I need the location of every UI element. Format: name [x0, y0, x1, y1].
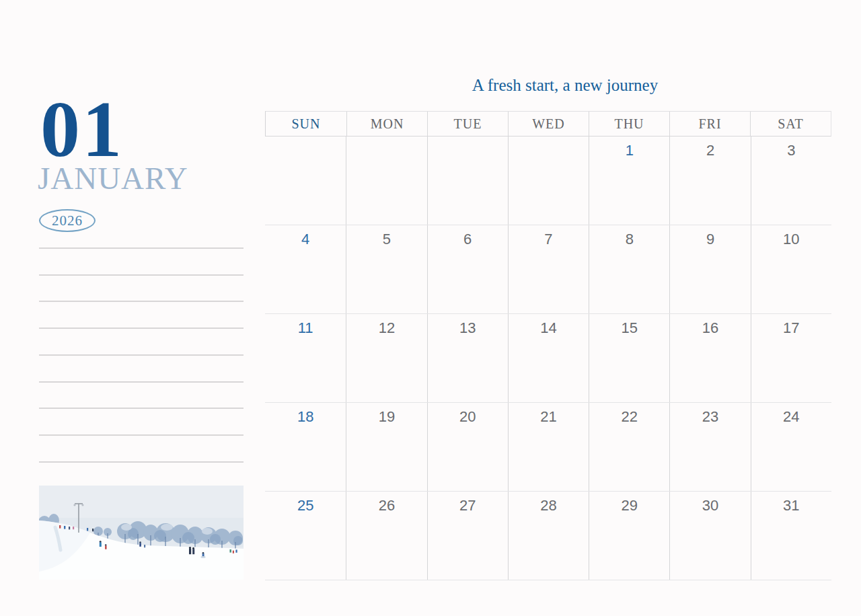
day-header-sun: SUN	[266, 112, 346, 136]
date-cell-22[interactable]: 22	[589, 403, 669, 491]
note-line	[39, 328, 244, 329]
winter-photo	[39, 486, 244, 580]
week-row: 123	[265, 137, 831, 225]
week-row: 18192021222324	[265, 403, 831, 492]
note-line	[39, 247, 244, 249]
date-cell-5[interactable]: 5	[346, 225, 426, 313]
date-cell-3[interactable]: 3	[751, 137, 831, 225]
date-cell-26[interactable]: 26	[346, 492, 426, 580]
date-cell-6[interactable]: 6	[427, 225, 508, 313]
month-number: 01	[40, 90, 124, 169]
note-line	[39, 354, 244, 356]
note-line	[39, 461, 244, 463]
date-cell-7[interactable]: 7	[508, 225, 589, 313]
year-badge: 2026	[39, 209, 96, 232]
date-cell-15[interactable]: 15	[589, 314, 669, 402]
date-cell-10[interactable]: 10	[751, 225, 831, 313]
winter-photo-illustration	[39, 486, 244, 580]
day-header-tue: TUE	[427, 112, 508, 136]
date-cell-27[interactable]: 27	[427, 492, 508, 580]
day-header-wed: WED	[508, 112, 589, 136]
date-cell-16[interactable]: 16	[669, 314, 750, 402]
date-cell-28[interactable]: 28	[508, 492, 589, 580]
date-cell-24[interactable]: 24	[751, 403, 831, 491]
date-cell-31[interactable]: 31	[751, 492, 831, 580]
date-cell-4[interactable]: 4	[265, 225, 346, 313]
date-cell-empty	[265, 137, 346, 225]
week-row: 25262728293031	[265, 492, 831, 580]
calendar-grid: SUNMONTUEWEDTHUFRISAT1234567891011121314…	[265, 111, 831, 580]
date-cell-29[interactable]: 29	[589, 492, 669, 580]
date-cell-8[interactable]: 8	[589, 225, 669, 313]
date-cell-19[interactable]: 19	[346, 403, 426, 491]
month-name: JANUARY	[38, 161, 188, 196]
date-cell-23[interactable]: 23	[669, 403, 750, 491]
date-cell-2[interactable]: 2	[669, 137, 750, 225]
week-row: 11121314151617	[265, 314, 831, 403]
note-line	[39, 434, 244, 436]
tagline: A fresh start, a new journey	[265, 76, 861, 95]
date-cell-17[interactable]: 17	[751, 314, 831, 402]
date-cell-30[interactable]: 30	[669, 492, 750, 580]
date-cell-12[interactable]: 12	[346, 314, 426, 402]
day-header-row: SUNMONTUEWEDTHUFRISAT	[265, 111, 831, 137]
date-cell-9[interactable]: 9	[669, 225, 750, 313]
note-line	[39, 274, 244, 276]
date-cell-14[interactable]: 14	[508, 314, 589, 402]
date-cell-18[interactable]: 18	[265, 403, 346, 491]
date-cell-21[interactable]: 21	[508, 403, 589, 491]
date-cell-1[interactable]: 1	[589, 137, 669, 225]
date-cell-empty	[508, 137, 589, 225]
date-cell-11[interactable]: 11	[265, 314, 346, 402]
date-cell-25[interactable]: 25	[265, 492, 346, 580]
week-row: 45678910	[265, 225, 831, 314]
day-header-mon: MON	[346, 112, 427, 136]
date-cell-20[interactable]: 20	[427, 403, 508, 491]
day-header-thu: THU	[589, 112, 669, 136]
note-line	[39, 408, 244, 409]
date-cell-empty	[427, 137, 508, 225]
year-label: 2026	[52, 213, 83, 229]
date-cell-13[interactable]: 13	[427, 314, 508, 402]
note-line	[39, 381, 244, 383]
note-line	[39, 301, 244, 302]
date-cell-empty	[346, 137, 426, 225]
day-header-fri: FRI	[669, 112, 750, 136]
day-header-sat: SAT	[750, 112, 831, 136]
